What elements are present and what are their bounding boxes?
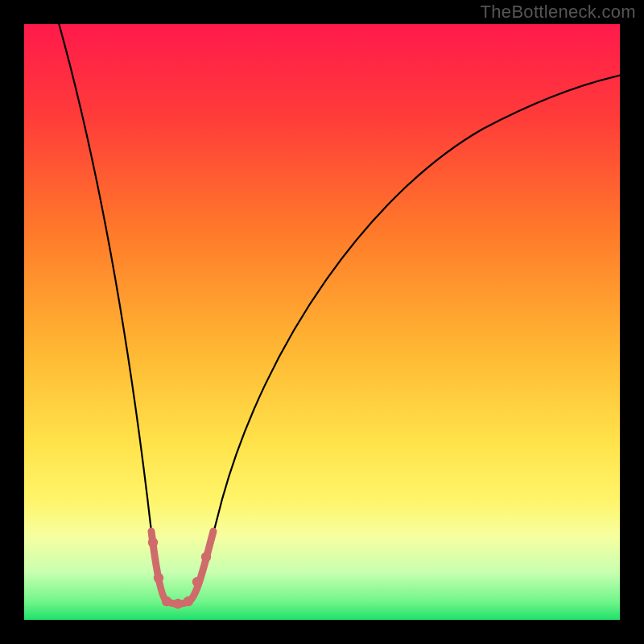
highlight-dot [162,597,171,606]
background-gradient [24,24,620,620]
highlight-dot [192,577,202,587]
highlight-dot [173,599,183,609]
highlight-dot [184,597,193,606]
chart-frame: TheBottleneck.com [0,0,644,644]
plot-area [24,24,620,620]
highlight-dot [201,552,211,562]
watermark-text: TheBottleneck.com [481,2,636,23]
bottleneck-chart [24,24,620,620]
highlight-dot [148,538,158,547]
highlight-dot [154,573,163,583]
